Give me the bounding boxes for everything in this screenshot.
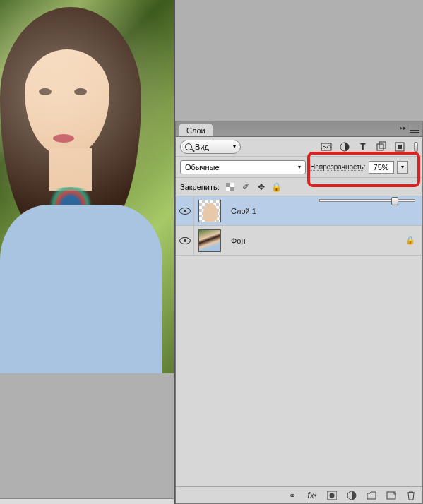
panel-menu-icon[interactable] <box>410 124 419 134</box>
opacity-input[interactable]: 75% <box>369 161 394 174</box>
adjustment-layer-icon[interactable] <box>346 490 357 501</box>
layers-panel: Слои ▸▸ Вид ▾ T Обычные ▾ Непрозрачность… <box>175 121 423 504</box>
filter-smartobject-icon[interactable] <box>394 141 405 152</box>
panel-collapse-icon[interactable]: ▸▸ <box>400 124 407 134</box>
svg-rect-3 <box>379 142 386 148</box>
filter-toggle-switch[interactable] <box>414 142 418 152</box>
lock-transparency-icon[interactable] <box>225 182 235 192</box>
layer-name-label[interactable]: Слой 1 <box>231 207 405 215</box>
layer-lock-indicator: 🔒 <box>405 236 422 245</box>
opacity-slider[interactable] <box>319 195 415 206</box>
workspace-background <box>0 373 174 504</box>
layers-panel-footer: ⚭ fx▾ <box>176 486 422 503</box>
layer-visibility-toggle[interactable] <box>176 226 194 255</box>
layer-mask-icon[interactable] <box>326 490 338 501</box>
layer-thumbnail[interactable] <box>198 229 221 252</box>
layer-name-label[interactable]: Фон <box>231 236 405 245</box>
image-content <box>0 7 155 360</box>
filter-kind-label: Вид <box>195 143 209 151</box>
eye-icon <box>179 237 191 244</box>
layer-effects-icon[interactable]: fx▾ <box>306 490 318 501</box>
filter-shape-icon[interactable] <box>376 141 387 152</box>
svg-rect-7 <box>230 187 234 191</box>
new-layer-icon[interactable] <box>386 490 397 501</box>
lock-row: Закрепить: ✐ ✥ 🔒 <box>176 178 422 196</box>
filter-pixel-icon[interactable] <box>321 141 332 152</box>
lock-label: Закрепить: <box>180 183 220 191</box>
svg-rect-6 <box>226 183 230 187</box>
layer-group-icon[interactable] <box>366 490 377 501</box>
chevron-updown-icon: ▾ <box>233 143 236 150</box>
opacity-control: Непрозрачность: 75% ▾ <box>310 161 418 174</box>
link-layers-icon[interactable]: ⚭ <box>287 490 298 501</box>
blend-opacity-row: Обычные ▾ Непрозрачность: 75% ▾ <box>176 157 422 178</box>
opacity-label[interactable]: Непрозрачность: <box>310 163 366 171</box>
svg-rect-0 <box>321 143 331 150</box>
filter-adjustment-icon[interactable] <box>339 141 350 152</box>
chevron-updown-icon: ▾ <box>298 164 301 170</box>
panel-tab-bar: Слои ▸▸ <box>176 121 422 137</box>
workspace-background <box>175 0 423 121</box>
lock-position-icon[interactable]: ✥ <box>256 182 266 192</box>
layer-thumbnail[interactable] <box>198 200 221 222</box>
delete-layer-icon[interactable] <box>405 490 417 501</box>
opacity-flyout-button[interactable]: ▾ <box>397 161 408 174</box>
document-canvas[interactable] <box>0 0 174 373</box>
filter-type-icon[interactable]: T <box>357 141 369 152</box>
layers-list: Слой 1 Фон 🔒 <box>176 196 422 486</box>
layer-row[interactable]: Фон 🔒 <box>176 226 422 256</box>
lock-pixels-icon[interactable]: ✐ <box>241 182 251 192</box>
lock-all-icon[interactable]: 🔒 <box>272 182 282 192</box>
search-icon <box>185 143 192 150</box>
svg-rect-5 <box>398 145 402 149</box>
layer-visibility-toggle[interactable] <box>176 196 194 225</box>
canvas-horizontal-scrollbar[interactable] <box>0 498 174 504</box>
svg-rect-8 <box>230 183 234 187</box>
svg-rect-9 <box>226 187 230 191</box>
tab-layers[interactable]: Слои <box>179 124 213 136</box>
blend-mode-dropdown[interactable]: Обычные ▾ <box>180 160 306 174</box>
filter-kind-dropdown[interactable]: Вид ▾ <box>180 140 241 154</box>
blend-mode-value: Обычные <box>185 163 220 172</box>
svg-point-11 <box>330 493 335 498</box>
svg-rect-2 <box>377 144 383 150</box>
eye-icon <box>179 208 191 215</box>
layer-filter-row: Вид ▾ T <box>176 137 422 157</box>
opacity-slider-thumb[interactable] <box>391 197 398 205</box>
